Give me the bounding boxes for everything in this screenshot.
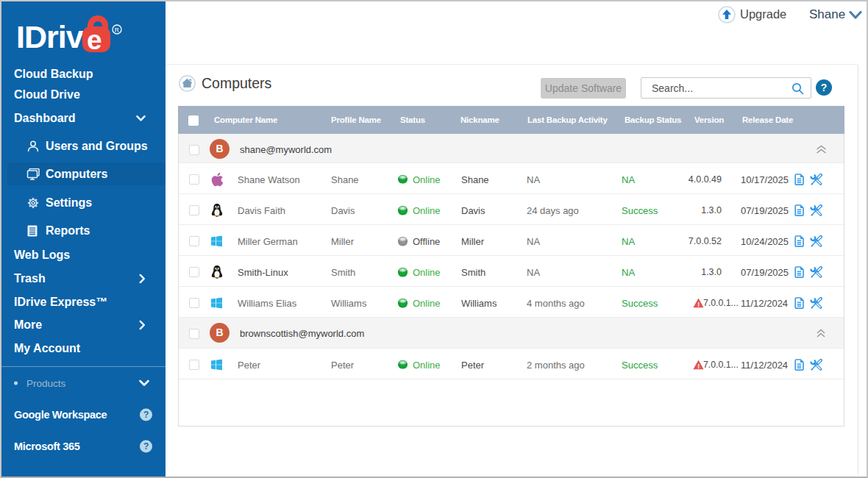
svg-text:R: R [115, 26, 119, 34]
svg-text:!: ! [697, 363, 700, 370]
svg-text:!: ! [697, 301, 700, 308]
svg-text:e: e [87, 25, 102, 55]
svg-text:IDriv: IDriv [16, 19, 84, 54]
